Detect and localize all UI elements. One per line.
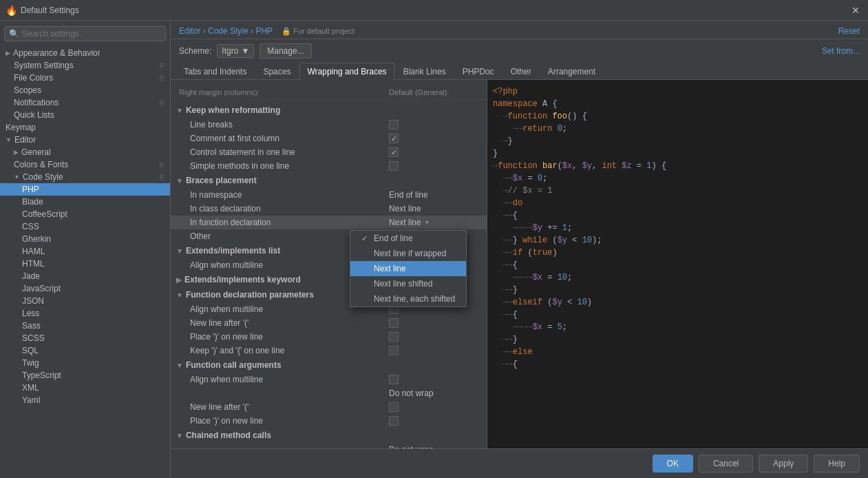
dropdown-item-label: Next line shifted (374, 279, 432, 289)
search-input[interactable] (22, 29, 161, 39)
sidebar-item-notifications[interactable]: Notifications ⎘ (0, 96, 170, 109)
code-line: } (493, 147, 862, 160)
sidebar-item-xml[interactable]: XML (0, 382, 170, 394)
close-button[interactable]: ✕ (849, 3, 862, 17)
sidebar-item-html[interactable]: HTML (0, 258, 170, 270)
sidebar-item-less[interactable]: Less (0, 307, 170, 320)
copy-icon: ⎘ (160, 98, 165, 107)
manage-button[interactable]: Manage... (260, 43, 311, 59)
scheme-select[interactable]: Itgro ▼ (217, 44, 254, 58)
scheme-left: Scheme: Itgro ▼ Manage... (179, 43, 312, 59)
sidebar-item-scopes[interactable]: Scopes (0, 84, 170, 96)
code-line: →function foo() { (493, 110, 862, 123)
search-box[interactable]: 🔍 (4, 26, 166, 41)
dropdown-popup: ✓ End of line Next line if wrapped Next … (350, 230, 467, 307)
sidebar-item-typescript[interactable]: TypeScript (0, 369, 170, 382)
sidebar-item-quick-lists[interactable]: Quick Lists (0, 109, 170, 121)
tab-wrapping-and-braces[interactable]: Wrapping and Braces (299, 63, 394, 80)
checkbox-control-statement[interactable]: ✓ (389, 147, 399, 157)
setting-label: New line after '(' (190, 318, 389, 328)
tab-spaces[interactable]: Spaces (255, 63, 298, 80)
setting-value-dropdown[interactable]: Next line ▼ (389, 218, 478, 227)
checkbox-place-rparen-call[interactable] (389, 416, 399, 426)
sidebar-item-css[interactable]: CSS (0, 220, 170, 233)
setting-label: In namespace (190, 190, 389, 200)
bottom-bar: OK Cancel Apply Help (171, 448, 868, 478)
tab-tabs-and-indents[interactable]: Tabs and Indents (176, 63, 254, 80)
checkbox-fn-call-align[interactable] (389, 375, 399, 384)
checkbox-new-line-after-paren-call[interactable] (389, 402, 399, 412)
checkbox-line-breaks[interactable] (389, 120, 399, 129)
sidebar-item-json[interactable]: JSON (0, 295, 170, 307)
sidebar-label: Jade (22, 271, 40, 281)
sidebar-item-javascript[interactable]: JavaScript (0, 282, 170, 295)
scheme-value: Itgro (222, 46, 238, 56)
sidebar-label: Colors & Fonts (14, 160, 68, 169)
help-button[interactable]: Help (814, 455, 860, 472)
apply-button[interactable]: Apply (759, 455, 808, 472)
dropdown-item-label: Next line (374, 264, 406, 273)
section-braces-placement[interactable]: ▼ Braces placement (171, 173, 487, 188)
section-keep-reformatting[interactable]: ▼ Keep when reformatting (171, 103, 487, 118)
sidebar-item-editor[interactable]: ▼ Editor (0, 134, 170, 146)
sidebar-item-php[interactable]: PHP (0, 183, 170, 196)
setting-label: In function declaration (190, 218, 389, 227)
sidebar-label: HTML (22, 259, 45, 269)
section-function-call-args[interactable]: ▼ Function call arguments (171, 357, 487, 373)
sidebar-item-sass[interactable]: Sass (0, 320, 170, 332)
section-arrow: ▼ (176, 432, 183, 439)
section-arrow: ▶ (176, 276, 182, 284)
dropdown-item-next-line[interactable]: Next line (350, 261, 466, 276)
dropdown-item-next-line-each-shifted[interactable]: Next line, each shifted (350, 291, 466, 306)
tab-other[interactable]: Other (503, 63, 539, 80)
tab-blank-lines[interactable]: Blank Lines (396, 63, 454, 80)
set-from-link[interactable]: Set from... (822, 46, 860, 56)
checkbox-place-rparen-fn[interactable] (389, 332, 399, 342)
cancel-button[interactable]: Cancel (699, 455, 753, 472)
tab-arrangement[interactable]: Arrangement (540, 63, 603, 80)
dropdown-item-next-line-if-wrapped[interactable]: Next line if wrapped (350, 246, 466, 261)
sidebar-item-haml[interactable]: HAML (0, 245, 170, 258)
ok-button[interactable]: OK (653, 455, 693, 472)
section-label: Function call arguments (186, 360, 282, 370)
setting-row-in-function-declaration[interactable]: In function declaration Next line ▼ (171, 216, 487, 229)
checkbox-simple-methods[interactable] (389, 161, 399, 171)
reset-link[interactable]: Reset (838, 26, 860, 36)
select-value: Next line (389, 204, 421, 214)
section-chained-method-calls[interactable]: ▼ Chained method calls (171, 428, 487, 443)
sidebar-item-keymap[interactable]: Keymap (0, 121, 170, 134)
sidebar-item-blade[interactable]: Blade (0, 196, 170, 208)
setting-value (389, 318, 478, 328)
sidebar-item-twig[interactable]: Twig (0, 357, 170, 369)
sidebar-item-code-style[interactable]: ▼ Code Style ⎘ (0, 171, 170, 183)
setting-value (389, 161, 478, 171)
sidebar-item-file-colors[interactable]: File Colors ⎘ (0, 72, 170, 84)
sidebar-item-general[interactable]: ▶ General (0, 146, 170, 158)
main-layout: 🔍 ▶ Appearance & Behavior System Setting… (0, 21, 868, 478)
code-line: →→elseif ($y < 10) (493, 296, 862, 309)
sidebar-item-coffeescript[interactable]: CoffeeScript (0, 208, 170, 220)
sidebar-item-system-settings[interactable]: System Settings ⎘ (0, 59, 170, 72)
tab-phpdoc[interactable]: PHPDoc (455, 63, 502, 80)
dropdown-item-next-line-shifted[interactable]: Next line shifted (350, 276, 466, 291)
dropdown-item-end-of-line[interactable]: ✓ End of line (350, 231, 466, 246)
settings-header-row: Right margin (columns): Default (General… (171, 85, 487, 100)
panel-body: Right margin (columns): Default (General… (171, 80, 868, 448)
sidebar-item-appearance[interactable]: ▶ Appearance & Behavior (0, 47, 170, 59)
sidebar-item-sql[interactable]: SQL (0, 344, 170, 357)
code-line: →→→→$x = 10; (493, 271, 862, 284)
sidebar-label: Notifications (14, 98, 59, 107)
sidebar-label: XML (22, 383, 39, 393)
setting-row-line-breaks: Line breaks (171, 118, 487, 132)
setting-value: ✓ (389, 134, 478, 143)
sidebar-item-scss[interactable]: SCSS (0, 332, 170, 344)
checkbox-new-line-after-paren-fn[interactable] (389, 318, 399, 328)
sidebar-item-gherkin[interactable]: Gherkin (0, 233, 170, 245)
app-icon: 🔥 (6, 5, 17, 16)
sidebar-item-yaml[interactable]: Yaml (0, 394, 170, 406)
checkbox-comment-first-col[interactable]: ✓ (389, 134, 399, 143)
checkbox-keep-rparen-brace[interactable] (389, 346, 399, 355)
setting-row-chained-wrap-label: Do not wrap (171, 443, 487, 448)
sidebar-item-jade[interactable]: Jade (0, 270, 170, 282)
sidebar-item-colors-fonts[interactable]: Colors & Fonts ⎘ (0, 158, 170, 171)
